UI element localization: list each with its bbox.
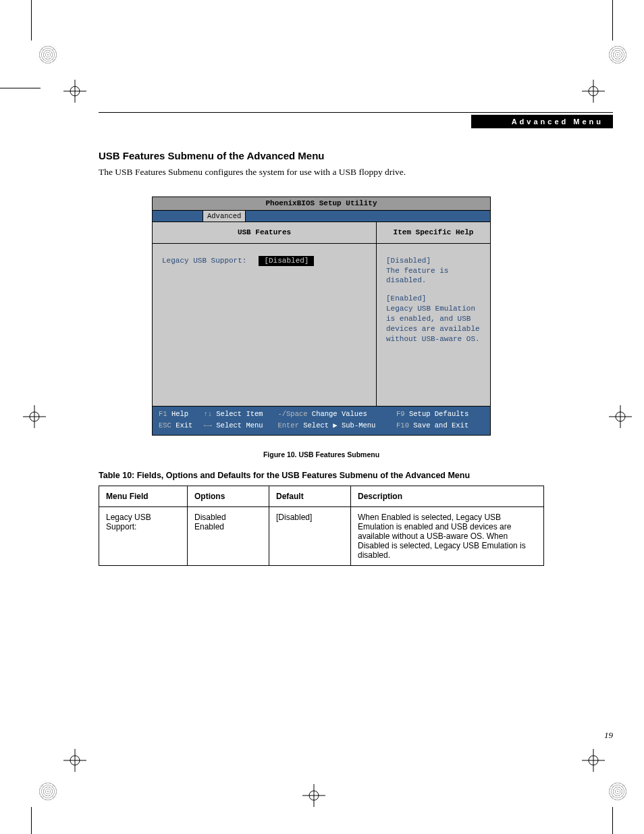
bios-tab-bar: Advanced bbox=[153, 211, 490, 221]
key-hint: ←→ bbox=[203, 421, 212, 429]
table-row: Legacy USB Support: Disabled Enabled [Di… bbox=[99, 507, 544, 566]
help-line: Legacy USB Emulation bbox=[386, 304, 481, 314]
content: USB Features Submenu of the Advanced Men… bbox=[99, 150, 544, 566]
figure-caption: Figure 10. USB Features Submenu bbox=[99, 450, 544, 459]
col-default: Default bbox=[269, 486, 351, 507]
bios-left-col: USB Features Legacy USB Support: [Disabl… bbox=[153, 222, 377, 406]
bios-footer-grid: F1 Help ↑↓ Select Item -/Space Change Va… bbox=[158, 409, 485, 432]
table-header-row: Menu Field Options Default Description bbox=[99, 486, 544, 507]
help-line: [Disabled] bbox=[386, 256, 481, 266]
col-options: Options bbox=[188, 486, 269, 507]
key-action: Select Item bbox=[216, 410, 263, 418]
key-hint: ↑↓ bbox=[203, 410, 212, 418]
cell-options: Disabled Enabled bbox=[188, 507, 269, 566]
key-action: Select Menu bbox=[216, 421, 263, 429]
svg-point-9 bbox=[616, 412, 625, 421]
bios-field-label: Legacy USB Support: bbox=[162, 256, 246, 266]
section-intro: The USB Features Submenu configures the … bbox=[99, 167, 544, 178]
key-action: Exit bbox=[176, 421, 192, 429]
page: Advanced Menu USB Features Submenu of th… bbox=[0, 0, 644, 834]
cell-description: When Enabled is selected, Legacy USB Emu… bbox=[351, 507, 544, 566]
header-bar: Advanced Menu bbox=[471, 115, 613, 128]
cell-menu-field: Legacy USB Support: bbox=[99, 507, 188, 566]
help-line: is enabled, and USB bbox=[386, 314, 481, 324]
bios-right-col: Item Specific Help [Disabled] The featur… bbox=[377, 222, 490, 406]
reg-rosette bbox=[608, 45, 628, 65]
svg-point-3 bbox=[589, 86, 598, 96]
table-caption: Table 10: Fields, Options and Defaults f… bbox=[99, 471, 544, 480]
crop-hairline bbox=[31, 0, 32, 41]
bios-help-pane: [Disabled] The feature is disabled. [Ena… bbox=[377, 244, 490, 406]
svg-point-18 bbox=[589, 756, 598, 765]
reg-rosette bbox=[608, 781, 628, 802]
crosshair-icon bbox=[582, 80, 605, 103]
reg-rosette bbox=[38, 45, 58, 65]
bios-body: USB Features Legacy USB Support: [Disabl… bbox=[153, 221, 490, 406]
bios-title: PhoenixBIOS Setup Utility bbox=[153, 197, 490, 211]
bios-left-header: USB Features bbox=[153, 222, 376, 244]
crop-hairline bbox=[31, 807, 32, 834]
key-hint: F10 bbox=[396, 421, 409, 429]
col-description: Description bbox=[351, 486, 544, 507]
cell-default: [Disabled] bbox=[269, 507, 351, 566]
svg-point-15 bbox=[70, 756, 80, 765]
options-table: Menu Field Options Default Description L… bbox=[99, 486, 544, 566]
option-item: Disabled bbox=[194, 513, 262, 522]
key-hint: -/Space bbox=[277, 410, 307, 418]
key-hint: ESC bbox=[159, 421, 171, 429]
svg-point-12 bbox=[309, 791, 319, 800]
key-action: Change Values bbox=[312, 410, 367, 418]
key-action: Help bbox=[171, 410, 188, 418]
header-rule bbox=[99, 112, 613, 113]
crosshair-icon bbox=[302, 784, 325, 807]
reg-rosette bbox=[38, 781, 58, 802]
crop-hairline bbox=[0, 88, 41, 88]
crosshair-icon bbox=[23, 405, 46, 428]
crosshair-icon bbox=[63, 80, 86, 103]
bios-field-value: [Disabled] bbox=[259, 256, 314, 266]
help-line: The feature is disabled. bbox=[386, 266, 481, 286]
bios-left-pane: Legacy USB Support: [Disabled] bbox=[153, 244, 376, 406]
bios-active-tab: Advanced bbox=[203, 210, 246, 222]
option-item: Enabled bbox=[194, 522, 262, 531]
svg-point-6 bbox=[30, 412, 39, 421]
key-hint: F9 bbox=[396, 410, 405, 418]
crosshair-icon bbox=[63, 749, 86, 772]
bios-screenshot: PhoenixBIOS Setup Utility Advanced USB F… bbox=[152, 197, 491, 436]
crosshair-icon bbox=[609, 405, 632, 428]
page-number: 19 bbox=[604, 730, 613, 741]
crop-hairline bbox=[612, 0, 613, 41]
spacer bbox=[386, 286, 481, 294]
header-label: Advanced Menu bbox=[512, 118, 603, 126]
crosshair-icon bbox=[582, 749, 605, 772]
help-line: without USB-aware OS. bbox=[386, 334, 481, 344]
key-action: Save and Exit bbox=[413, 421, 468, 429]
section-title: USB Features Submenu of the Advanced Men… bbox=[99, 150, 544, 161]
key-hint: Enter bbox=[277, 421, 299, 429]
bios-footer: F1 Help ↑↓ Select Item -/Space Change Va… bbox=[153, 406, 490, 435]
key-action: Select ▶ Sub-Menu bbox=[303, 421, 375, 429]
key-hint: F1 bbox=[159, 410, 167, 418]
help-line: [Enabled] bbox=[386, 294, 481, 304]
help-line: devices are available bbox=[386, 324, 481, 334]
key-action: Setup Defaults bbox=[409, 410, 468, 418]
bios-right-header: Item Specific Help bbox=[377, 222, 490, 244]
crop-hairline bbox=[612, 807, 613, 834]
svg-point-0 bbox=[70, 86, 80, 96]
col-menu-field: Menu Field bbox=[99, 486, 188, 507]
bios-field-row: Legacy USB Support: [Disabled] bbox=[162, 256, 367, 266]
